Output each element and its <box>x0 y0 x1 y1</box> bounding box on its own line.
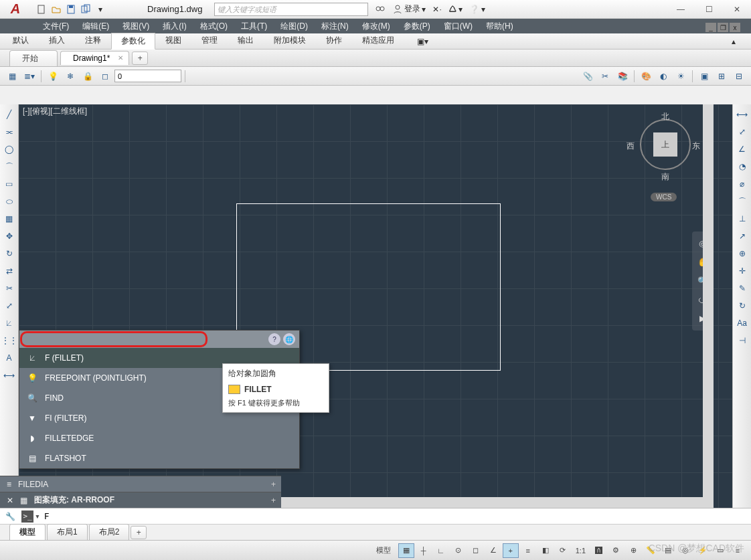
layout-tab-1[interactable]: 布局1 <box>47 524 88 541</box>
layer-states-icon[interactable]: ≣▾ <box>21 69 37 84</box>
close-button[interactable]: ✕ <box>723 0 751 19</box>
sun-icon[interactable]: ☀ <box>673 69 689 84</box>
dim-arc-icon[interactable]: ⌒ <box>735 194 750 209</box>
polar-toggle-icon[interactable]: ⊙ <box>450 543 467 558</box>
history-hatch[interactable]: ✕ ▦ 图案填充: AR-RROOF + <box>0 492 281 508</box>
viewport-label[interactable]: [-][俯视][二维线框] <box>23 106 87 117</box>
ac-globe-icon[interactable]: 🌐 <box>283 333 295 345</box>
array-icon[interactable]: ⋮⋮ <box>2 333 17 348</box>
ref-attach-icon[interactable]: 📎 <box>580 69 596 84</box>
ribbon-tab-view[interactable]: 视图 <box>155 32 191 49</box>
block-icon[interactable]: ▣ <box>696 69 712 84</box>
customize-cmdline-icon[interactable]: 🔧 <box>4 510 16 523</box>
mdi-minimize-icon[interactable]: _ <box>705 23 716 32</box>
menu-dimension[interactable]: 标注(N) <box>315 19 355 33</box>
annotation-monitor-icon[interactable]: ⊕ <box>625 543 641 558</box>
render-icon[interactable]: 🎨 <box>638 69 654 84</box>
qa-dropdown-icon[interactable]: ▾ <box>94 3 107 16</box>
circle-icon[interactable]: ◯ <box>2 142 17 157</box>
leader-icon[interactable]: ↗ <box>735 229 750 244</box>
menu-help[interactable]: 帮助(H) <box>479 19 520 33</box>
hardware-accel-icon[interactable]: ⚡ <box>695 543 711 558</box>
saveas-icon[interactable] <box>79 3 92 16</box>
ac-help-icon[interactable]: ? <box>268 333 280 345</box>
mdi-close-icon[interactable]: x <box>730 23 740 32</box>
group-icon[interactable]: ⊞ <box>714 69 730 84</box>
menu-modify[interactable]: 修改(M) <box>355 19 397 33</box>
mirror-icon[interactable]: ⇄ <box>2 264 17 278</box>
units-icon[interactable]: 📏 <box>643 543 659 558</box>
ortho-toggle-icon[interactable]: ∟ <box>433 543 449 558</box>
transparency-icon[interactable]: ◧ <box>537 543 554 558</box>
ribbon-tab-default[interactable]: 默认 <box>3 32 39 49</box>
ribbon-tab-manage[interactable]: 管理 <box>191 32 228 49</box>
app-logo[interactable]: A <box>5 1 25 18</box>
dyn-input-icon[interactable]: + <box>503 543 519 558</box>
drawing-canvas[interactable]: [-][俯视][二维线框] 上 北 南 西 东 WCS ◎ ✋ 🔍 ⭯ ▶ ? … <box>19 104 732 508</box>
quick-properties-icon[interactable]: ▤ <box>660 543 676 558</box>
annoscale-icon[interactable]: 🅰 <box>590 543 606 558</box>
lineweight-icon[interactable]: ≡ <box>520 543 536 558</box>
customize-status-icon[interactable]: ≡ <box>730 543 746 558</box>
center-mark-icon[interactable]: ✛ <box>735 264 750 278</box>
move-icon[interactable]: ✥ <box>2 229 17 244</box>
dim-style-icon[interactable]: Aa <box>735 316 750 331</box>
annoscale-label[interactable]: 1:1 <box>572 543 589 558</box>
osnap-toggle-icon[interactable]: ◻ <box>468 543 484 558</box>
ribbon-tab-featured[interactable]: 精选应用 <box>352 32 404 49</box>
pin-icon[interactable]: + <box>271 496 276 505</box>
search-go-icon[interactable] <box>375 4 386 15</box>
maximize-button[interactable]: ☐ <box>695 0 723 19</box>
ribbon-tab-annotate[interactable]: 注释 <box>75 32 111 49</box>
model-space-button[interactable]: 模型 <box>373 543 394 558</box>
dim-break-icon[interactable]: ⊣ <box>735 333 750 348</box>
new-layout-button[interactable]: + <box>131 526 147 539</box>
ref-clip-icon[interactable]: ✂ <box>597 69 613 84</box>
isolate-icon[interactable]: ◎ <box>677 543 693 558</box>
doc-tab-drawing1[interactable]: Drawing1*✕ <box>60 51 129 65</box>
close-tab-icon[interactable]: ✕ <box>118 54 123 62</box>
polyline-icon[interactable]: ⫘ <box>2 124 17 139</box>
help-icon[interactable]: ❔ ▾ <box>469 5 485 14</box>
layer-combo[interactable] <box>114 70 181 82</box>
menu-view[interactable]: 视图(V) <box>116 19 156 33</box>
snap-toggle-icon[interactable]: ┼ <box>416 543 432 558</box>
ungroup-icon[interactable]: ⊟ <box>731 69 747 84</box>
materials-icon[interactable]: ◐ <box>655 69 671 84</box>
pin-icon[interactable]: + <box>271 480 276 489</box>
fillet-icon[interactable]: ⟀ <box>2 316 17 331</box>
dim-update-icon[interactable]: ↻ <box>735 298 750 313</box>
layer-off-icon[interactable]: 💡 <box>45 69 61 84</box>
dim-ordinate-icon[interactable]: ⊥ <box>735 211 750 226</box>
menu-format[interactable]: 格式(O) <box>193 19 234 33</box>
exchange-icon[interactable]: ✕· <box>432 5 441 14</box>
menu-parametric[interactable]: 参数(P) <box>397 19 437 33</box>
dim-angular-icon[interactable]: ∠ <box>735 142 750 157</box>
cycling-icon[interactable]: ⟳ <box>555 543 571 558</box>
layout-tab-2[interactable]: 布局2 <box>89 524 130 541</box>
menu-file[interactable]: 文件(F) <box>36 19 76 33</box>
close-history-icon[interactable]: ✕ <box>7 496 13 505</box>
layer-freeze-icon[interactable]: ❄ <box>62 69 78 84</box>
ribbon-tab-output[interactable]: 输出 <box>228 32 264 49</box>
menu-window[interactable]: 窗口(W) <box>437 19 479 33</box>
minimize-button[interactable]: — <box>667 0 695 19</box>
layer-lock-icon[interactable]: 🔒 <box>80 69 96 84</box>
app-store-icon[interactable]: 🛆 ▾ <box>448 5 463 14</box>
canvas-scrollbar-vertical[interactable] <box>703 104 714 508</box>
layer-properties-icon[interactable]: ▦ <box>4 69 20 84</box>
ribbon-tab-insert[interactable]: 插入 <box>39 32 75 49</box>
arc-icon[interactable]: ⌒ <box>2 159 17 174</box>
ac-item-filletedge[interactable]: ◗ FILLETEDGE <box>19 428 299 448</box>
dimension-icon[interactable]: ⟷ <box>2 368 17 383</box>
workspace-icon[interactable]: ⚙ <box>608 543 624 558</box>
ellipse-icon[interactable]: ⬭ <box>2 194 17 209</box>
dim-radius-icon[interactable]: ◔ <box>735 159 750 174</box>
mdi-restore-icon[interactable]: ❐ <box>718 23 728 32</box>
ref-manage-icon[interactable]: 📚 <box>614 69 631 84</box>
menu-insert[interactable]: 插入(I) <box>156 19 193 33</box>
text-icon[interactable]: A <box>2 351 17 365</box>
ac-item-flatshot[interactable]: ▤ FLATSHOT <box>19 448 299 468</box>
ribbon-expand-icon[interactable]: ▣▾ <box>407 34 438 49</box>
scale-icon[interactable]: ⤢ <box>2 298 17 313</box>
